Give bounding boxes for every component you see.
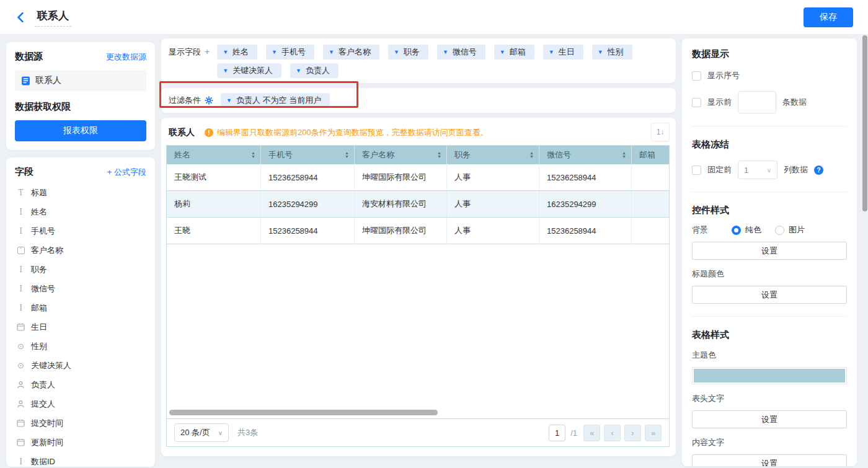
main-area: 显示字段 + ▼姓名 ▼手机号 ▼客户名称 ▼职务 ▼微信号 ▼邮箱 ▼生日 ▼…	[161, 38, 676, 456]
table-row[interactable]: 王晓测试 15236258944 坤曜国际有限公司 人事 15236258944	[167, 164, 669, 191]
sort-icon[interactable]: ▲▼	[437, 151, 441, 159]
change-datasource-link[interactable]: 更改数据源	[106, 51, 146, 63]
back-icon[interactable]	[12, 9, 29, 25]
bg-image-option[interactable]: 图片	[775, 224, 805, 236]
table-style-heading: 表格样式	[692, 329, 847, 341]
page-total: /1	[570, 428, 577, 438]
table-row[interactable]: 王晓 15236258944 坤曜国际有限公司 人事 15236258944	[167, 218, 669, 244]
bg-solid-label: 纯色	[745, 224, 761, 236]
data-display-heading: 数据显示	[692, 48, 847, 60]
field-item-submit-time[interactable]: 提交时间	[15, 413, 146, 433]
next-page-button[interactable]: ›	[624, 425, 641, 441]
save-button[interactable]: 保存	[804, 7, 853, 27]
field-label: 提交人	[31, 399, 55, 410]
background-label: 背景	[692, 224, 708, 236]
header-text-set-button[interactable]: 设置	[692, 410, 847, 428]
caret-down-icon: ▼	[443, 49, 448, 55]
column-header[interactable]: 邮箱	[632, 146, 669, 164]
field-chip[interactable]: ▼客户名称	[323, 45, 379, 60]
field-item-job[interactable]: I职务	[15, 260, 146, 279]
horizontal-scrollbar[interactable]	[169, 410, 438, 415]
table-row[interactable]: 杨莉 16235294299 海安材料有限公司 人事 16235294299	[167, 191, 669, 218]
add-display-field-button[interactable]: +	[201, 43, 211, 56]
sort-icon[interactable]: ▲▼	[529, 151, 534, 159]
theme-color-picker[interactable]	[692, 367, 847, 384]
sort-icon[interactable]: ▲▼	[345, 151, 349, 159]
page-size-select[interactable]: 20 条/页 ∨	[174, 423, 229, 442]
sort-icon[interactable]: ▲▼	[251, 151, 255, 159]
field-list: T标题 I姓名 I手机号 ˇ客户名称 I职务 I微信号 I邮箱 生日 ⊙性别 ⊙…	[15, 183, 146, 467]
show-first-checkbox[interactable]	[692, 98, 701, 107]
text-icon: I	[16, 457, 25, 466]
field-item-wechat[interactable]: I微信号	[15, 279, 146, 298]
freeze-count-select[interactable]: 1 ∨	[738, 161, 777, 179]
page-size-value: 20 条/页	[180, 427, 210, 438]
add-formula-field-link[interactable]: + 公式字段	[107, 167, 146, 178]
field-item-email[interactable]: I邮箱	[15, 298, 146, 317]
freeze-suffix: 列数据	[784, 164, 808, 175]
column-header[interactable]: 微信号▲▼	[539, 146, 632, 164]
radio-selected-icon	[732, 226, 741, 235]
field-chip[interactable]: ▼邮箱	[494, 45, 534, 60]
field-item-data-id[interactable]: I数据ID	[15, 452, 146, 467]
help-icon[interactable]: ?	[814, 166, 823, 175]
title-color-set-button[interactable]: 设置	[692, 286, 847, 304]
gear-icon[interactable]	[205, 96, 213, 105]
first-page-button[interactable]: «	[583, 425, 600, 441]
page: 联系人 保存 数据源 更改数据源 联系人 数据获取权限 报表权限 字段	[0, 0, 868, 468]
field-chip[interactable]: ▼性别	[592, 45, 632, 60]
datasource-item[interactable]: 联系人	[15, 70, 146, 91]
field-item-owner[interactable]: 负责人	[15, 375, 146, 394]
field-chip[interactable]: ▼微信号	[437, 45, 485, 60]
field-item-name[interactable]: I姓名	[15, 202, 146, 221]
field-item-phone[interactable]: I手机号	[15, 221, 146, 241]
field-item-customer[interactable]: ˇ客户名称	[15, 241, 146, 260]
field-chip[interactable]: ▼生日	[543, 45, 583, 60]
prev-page-button[interactable]: ‹	[604, 425, 621, 441]
chip-label: 负责人	[306, 65, 330, 76]
chip-label: 性别	[608, 46, 624, 58]
field-chip[interactable]: ▼职务	[388, 45, 428, 60]
column-header[interactable]: 手机号▲▼	[261, 146, 355, 164]
last-page-button[interactable]: »	[645, 425, 662, 441]
chip-label: 客户名称	[339, 46, 371, 58]
caret-down-icon: ▼	[272, 49, 277, 55]
field-label: 手机号	[31, 226, 55, 237]
report-permission-button[interactable]: 报表权限	[15, 120, 146, 141]
show-first-count-input[interactable]	[738, 91, 776, 113]
caret-down-icon: ▼	[296, 68, 301, 74]
field-label: 更新时间	[31, 437, 63, 448]
widget-style-heading: 控件样式	[692, 205, 847, 216]
field-item-birthday[interactable]: 生日	[15, 317, 146, 337]
field-item-decision-maker[interactable]: ⊙关键决策人	[15, 356, 146, 375]
chip-label: 微信号	[453, 46, 477, 58]
column-header[interactable]: 客户名称▲▼	[355, 146, 447, 164]
field-chip[interactable]: ▼手机号	[266, 45, 314, 60]
column-header[interactable]: 职务▲▼	[447, 146, 539, 164]
filter-condition-chip[interactable]: ▼ 负责人 不为空 当前用户	[221, 93, 330, 108]
title-color-label: 标题颜色	[692, 268, 847, 280]
sort-order-button[interactable]: 1↓	[651, 123, 670, 141]
page-number-input[interactable]	[549, 425, 565, 441]
show-index-checkbox[interactable]	[692, 71, 701, 81]
sort-icon[interactable]: ▲▼	[622, 151, 626, 159]
bg-solid-option[interactable]: 纯色	[732, 224, 761, 236]
field-item-update-time[interactable]: 更新时间	[15, 433, 146, 452]
caret-down-icon: ▼	[549, 49, 554, 55]
field-item-submitter[interactable]: 提交人	[15, 394, 146, 413]
background-set-button[interactable]: 设置	[692, 242, 847, 260]
table-cell: 海安材料有限公司	[355, 191, 447, 217]
column-header[interactable]: 姓名▲▼	[167, 146, 261, 164]
vertical-scrollbar[interactable]	[862, 35, 867, 211]
field-chip[interactable]: ▼负责人	[290, 63, 339, 78]
field-label: 邮箱	[31, 302, 47, 314]
field-chip[interactable]: ▼关键决策人	[217, 63, 281, 78]
field-label: 负责人	[31, 379, 55, 391]
content-text-set-button[interactable]: 设置	[692, 454, 847, 466]
field-item-title[interactable]: T标题	[15, 183, 146, 202]
freeze-checkbox[interactable]	[692, 166, 701, 175]
theme-color-swatch	[694, 369, 845, 382]
field-item-gender[interactable]: ⊙性别	[15, 337, 146, 356]
field-chip[interactable]: ▼姓名	[217, 45, 257, 60]
display-fields-panel: 显示字段 + ▼姓名 ▼手机号 ▼客户名称 ▼职务 ▼微信号 ▼邮箱 ▼生日 ▼…	[161, 38, 676, 83]
